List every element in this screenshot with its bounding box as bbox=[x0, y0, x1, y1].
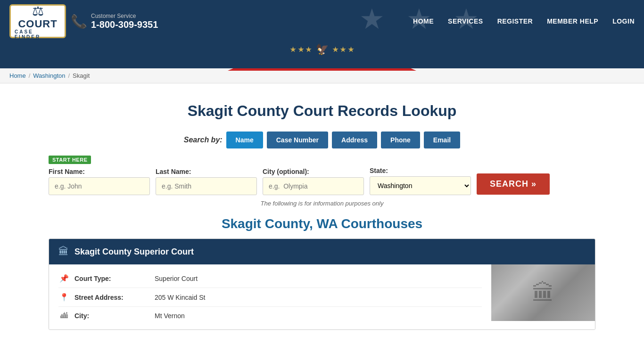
city-info-value: Mt Vernon bbox=[155, 312, 185, 320]
city-icon: 🏙 bbox=[58, 312, 70, 320]
city-info-label: City: bbox=[74, 312, 150, 320]
info-row-street: 📍 Street Address: 205 W Kincaid St bbox=[58, 288, 482, 307]
court-type-icon: 📌 bbox=[58, 274, 70, 283]
page-title: Skagit County Court Records Lookup bbox=[49, 102, 595, 120]
logo-court-text: COURT bbox=[18, 19, 57, 29]
stars-right: ★ ★ ★ bbox=[332, 46, 355, 53]
breadcrumb-skagit: Skagit bbox=[73, 72, 90, 79]
street-icon: 📍 bbox=[58, 293, 70, 302]
street-label: Street Address: bbox=[74, 294, 150, 301]
start-here-badge: START HERE bbox=[49, 156, 91, 164]
breadcrumb-home[interactable]: Home bbox=[9, 72, 26, 79]
eagle-icon: 🦅 bbox=[316, 43, 329, 56]
courthouses-title: Skagit County, WA Courthouses bbox=[49, 216, 595, 231]
main-content: Skagit County Court Records Lookup Searc… bbox=[39, 83, 605, 349]
logo-finder-text: CASE FINDER bbox=[15, 29, 61, 40]
logo-area: ⚖ COURT CASE FINDER 📞 Customer Service 1… bbox=[9, 4, 158, 38]
logo-box: ⚖ COURT CASE FINDER bbox=[9, 4, 66, 38]
first-name-group: First Name: bbox=[49, 168, 150, 195]
tab-case-number[interactable]: Case Number bbox=[267, 132, 328, 148]
info-row-city: 🏙 City: Mt Vernon bbox=[58, 307, 482, 325]
tab-email[interactable]: Email bbox=[424, 132, 460, 148]
info-row-court-type: 📌 Court Type: Superior Court bbox=[58, 269, 482, 288]
last-name-group: Last Name: bbox=[156, 168, 257, 195]
site-header: ★★★ ⚖ COURT CASE FINDER 📞 Customer Servi… bbox=[0, 0, 644, 42]
search-by-label: Search by: bbox=[184, 136, 223, 144]
city-label: City (optional): bbox=[263, 168, 364, 175]
court-type-value: Superior Court bbox=[155, 275, 198, 282]
state-group: State: Washington bbox=[370, 167, 471, 195]
phone-icon: 📞 bbox=[71, 14, 87, 29]
breadcrumb: Home / Washington / Skagit bbox=[9, 72, 635, 79]
courthouse-body: 📌 Court Type: Superior Court 📍 Street Ad… bbox=[49, 264, 595, 329]
customer-service: 📞 Customer Service 1-800-309-9351 bbox=[71, 13, 158, 30]
last-name-label: Last Name: bbox=[156, 168, 257, 175]
first-name-input[interactable] bbox=[49, 177, 150, 195]
tab-address[interactable]: Address bbox=[332, 132, 377, 148]
nav-home[interactable]: HOME bbox=[413, 17, 434, 25]
courthouse-image bbox=[491, 264, 595, 321]
court-type-label: Court Type: bbox=[74, 275, 150, 282]
breadcrumb-sep-1: / bbox=[29, 72, 31, 79]
tab-name[interactable]: Name bbox=[226, 132, 263, 148]
logo-emblem-icon: ⚖ bbox=[32, 3, 44, 19]
state-select[interactable]: Washington bbox=[370, 176, 471, 195]
courthouse-image-placeholder bbox=[491, 264, 595, 321]
breadcrumb-washington[interactable]: Washington bbox=[33, 72, 65, 79]
street-value: 205 W Kincaid St bbox=[155, 294, 205, 301]
stars-left: ★ ★ ★ bbox=[290, 46, 312, 53]
last-name-input[interactable] bbox=[156, 177, 257, 195]
courthouse-header: 🏛 Skagit County Superior Court bbox=[49, 239, 595, 264]
search-form: First Name: Last Name: City (optional): … bbox=[49, 167, 595, 195]
arc-decoration: ★ ★ ★ 🦅 ★ ★ ★ bbox=[0, 42, 644, 68]
info-note: The following is for information purpose… bbox=[49, 200, 595, 207]
nav-register[interactable]: REGISTER bbox=[497, 17, 533, 25]
courthouse-icon: 🏛 bbox=[58, 246, 69, 258]
state-label: State: bbox=[370, 167, 471, 174]
courthouse-card: 🏛 Skagit County Superior Court 📌 Court T… bbox=[49, 239, 595, 330]
nav-services[interactable]: SERVICES bbox=[448, 17, 483, 25]
tab-phone[interactable]: Phone bbox=[381, 132, 420, 148]
courthouse-name-link[interactable]: Skagit County Superior Court bbox=[74, 247, 194, 257]
breadcrumb-sep-2: / bbox=[68, 72, 70, 79]
city-group: City (optional): bbox=[263, 168, 364, 195]
first-name-label: First Name: bbox=[49, 168, 150, 175]
cs-label: Customer Service bbox=[91, 13, 158, 19]
search-button[interactable]: SEARCH » bbox=[477, 173, 550, 195]
main-nav: HOME SERVICES REGISTER MEMBER HELP LOGIN bbox=[413, 17, 635, 25]
eagle-area: ★ ★ ★ 🦅 ★ ★ ★ bbox=[290, 43, 355, 56]
cs-details: Customer Service 1-800-309-9351 bbox=[91, 13, 158, 30]
city-input[interactable] bbox=[263, 177, 364, 195]
nav-member-help[interactable]: MEMBER HELP bbox=[547, 17, 598, 25]
courthouse-info: 📌 Court Type: Superior Court 📍 Street Ad… bbox=[49, 264, 491, 329]
search-by-row: Search by: Name Case Number Address Phon… bbox=[49, 132, 595, 148]
cs-phone: 1-800-309-9351 bbox=[91, 19, 158, 30]
nav-login[interactable]: LOGIN bbox=[612, 17, 635, 25]
